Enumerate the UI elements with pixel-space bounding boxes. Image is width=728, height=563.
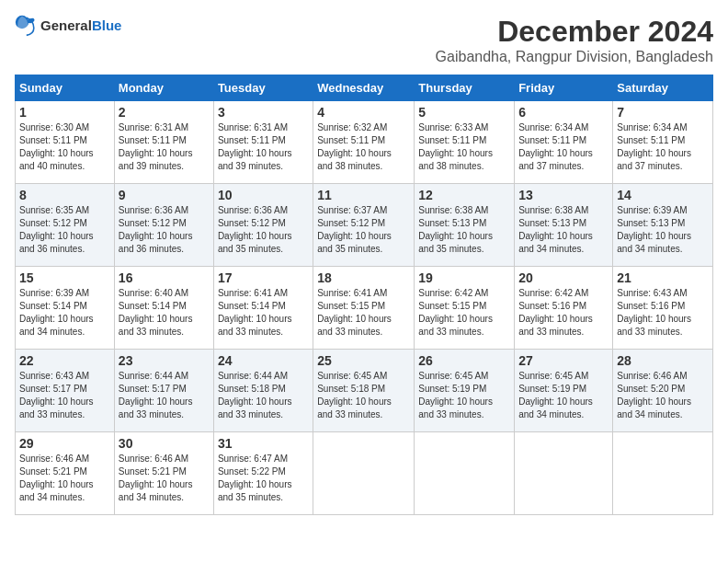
calendar-cell: 9Sunrise: 6:36 AMSunset: 5:12 PMDaylight… [114, 184, 213, 267]
calendar-cell: 12Sunrise: 6:38 AMSunset: 5:13 PMDayligh… [415, 184, 515, 267]
calendar-week-row: 1Sunrise: 6:30 AMSunset: 5:11 PMDaylight… [16, 101, 713, 184]
day-number: 28 [617, 353, 709, 368]
calendar-cell: 22Sunrise: 6:43 AMSunset: 5:17 PMDayligh… [16, 350, 115, 432]
calendar-cell: 5Sunrise: 6:33 AMSunset: 5:11 PMDaylight… [415, 101, 515, 184]
day-number: 30 [119, 436, 210, 451]
calendar-cell: 15Sunrise: 6:39 AMSunset: 5:14 PMDayligh… [16, 267, 115, 350]
day-number: 19 [418, 270, 510, 285]
calendar-cell: 3Sunrise: 6:31 AMSunset: 5:11 PMDaylight… [213, 101, 313, 184]
calendar-cell [515, 432, 613, 515]
calendar-cell: 20Sunrise: 6:42 AMSunset: 5:16 PMDayligh… [515, 267, 613, 350]
day-number: 31 [218, 436, 309, 451]
calendar-cell: 2Sunrise: 6:31 AMSunset: 5:11 PMDaylight… [114, 101, 213, 184]
header: GeneralBlue December 2024 Gaibandha, Ran… [15, 15, 713, 65]
day-number: 10 [218, 188, 309, 202]
day-info: Sunrise: 6:41 AMSunset: 5:14 PMDaylight:… [218, 287, 309, 339]
logo-general-text: General [40, 17, 92, 33]
calendar-cell: 24Sunrise: 6:44 AMSunset: 5:18 PMDayligh… [213, 350, 313, 432]
calendar-cell [313, 432, 415, 515]
calendar-cell: 13Sunrise: 6:38 AMSunset: 5:13 PMDayligh… [515, 184, 613, 267]
day-info: Sunrise: 6:40 AMSunset: 5:14 PMDaylight:… [119, 287, 210, 339]
day-number: 4 [317, 105, 410, 120]
day-number: 23 [119, 353, 210, 368]
calendar-week-row: 22Sunrise: 6:43 AMSunset: 5:17 PMDayligh… [16, 350, 713, 432]
day-number: 17 [218, 270, 309, 285]
calendar-table: SundayMondayTuesdayWednesdayThursdayFrid… [15, 75, 713, 515]
calendar-cell: 28Sunrise: 6:46 AMSunset: 5:20 PMDayligh… [613, 350, 713, 432]
day-info: Sunrise: 6:43 AMSunset: 5:17 PMDaylight:… [19, 370, 110, 421]
weekday-header: Wednesday [313, 75, 415, 101]
day-number: 5 [418, 105, 510, 120]
calendar-cell: 14Sunrise: 6:39 AMSunset: 5:13 PMDayligh… [613, 184, 713, 267]
logo: GeneralBlue [15, 15, 121, 37]
title-area: December 2024 Gaibandha, Rangpur Divisio… [436, 15, 713, 65]
day-info: Sunrise: 6:36 AMSunset: 5:12 PMDaylight:… [218, 204, 309, 256]
calendar-cell: 29Sunrise: 6:46 AMSunset: 5:21 PMDayligh… [16, 432, 115, 515]
calendar-cell: 10Sunrise: 6:36 AMSunset: 5:12 PMDayligh… [213, 184, 313, 267]
day-info: Sunrise: 6:39 AMSunset: 5:13 PMDaylight:… [617, 204, 709, 256]
calendar-week-row: 8Sunrise: 6:35 AMSunset: 5:12 PMDaylight… [16, 184, 713, 267]
calendar-cell: 31Sunrise: 6:47 AMSunset: 5:22 PMDayligh… [213, 432, 313, 515]
day-info: Sunrise: 6:46 AMSunset: 5:21 PMDaylight:… [119, 453, 210, 504]
calendar-week-row: 15Sunrise: 6:39 AMSunset: 5:14 PMDayligh… [16, 267, 713, 350]
day-number: 24 [218, 353, 309, 368]
day-info: Sunrise: 6:37 AMSunset: 5:12 PMDaylight:… [317, 204, 410, 256]
day-number: 27 [518, 353, 609, 368]
day-info: Sunrise: 6:33 AMSunset: 5:11 PMDaylight:… [418, 121, 510, 173]
weekday-header: Sunday [16, 75, 115, 101]
day-info: Sunrise: 6:31 AMSunset: 5:11 PMDaylight:… [119, 121, 210, 173]
weekday-header: Thursday [415, 75, 515, 101]
calendar-cell: 17Sunrise: 6:41 AMSunset: 5:14 PMDayligh… [213, 267, 313, 350]
calendar-cell: 21Sunrise: 6:43 AMSunset: 5:16 PMDayligh… [613, 267, 713, 350]
day-number: 20 [518, 270, 609, 285]
logo-icon [15, 15, 37, 37]
day-info: Sunrise: 6:47 AMSunset: 5:22 PMDaylight:… [218, 453, 309, 504]
calendar-cell: 16Sunrise: 6:40 AMSunset: 5:14 PMDayligh… [114, 267, 213, 350]
calendar-cell: 30Sunrise: 6:46 AMSunset: 5:21 PMDayligh… [114, 432, 213, 515]
day-number: 3 [218, 105, 309, 120]
day-info: Sunrise: 6:44 AMSunset: 5:18 PMDaylight:… [218, 370, 309, 421]
day-info: Sunrise: 6:42 AMSunset: 5:15 PMDaylight:… [418, 287, 510, 339]
weekday-header: Friday [515, 75, 613, 101]
day-info: Sunrise: 6:34 AMSunset: 5:11 PMDaylight:… [518, 121, 609, 173]
day-info: Sunrise: 6:39 AMSunset: 5:14 PMDaylight:… [19, 287, 110, 339]
day-info: Sunrise: 6:35 AMSunset: 5:12 PMDaylight:… [19, 204, 110, 256]
day-number: 18 [317, 270, 410, 285]
calendar-cell: 1Sunrise: 6:30 AMSunset: 5:11 PMDaylight… [16, 101, 115, 184]
day-info: Sunrise: 6:38 AMSunset: 5:13 PMDaylight:… [418, 204, 510, 256]
month-title: December 2024 [436, 15, 713, 49]
day-info: Sunrise: 6:45 AMSunset: 5:19 PMDaylight:… [418, 370, 510, 421]
day-number: 29 [19, 436, 110, 451]
day-info: Sunrise: 6:41 AMSunset: 5:15 PMDaylight:… [317, 287, 410, 339]
day-number: 26 [418, 353, 510, 368]
day-number: 14 [617, 188, 709, 202]
day-info: Sunrise: 6:32 AMSunset: 5:11 PMDaylight:… [317, 121, 410, 173]
day-number: 12 [418, 188, 510, 202]
day-info: Sunrise: 6:31 AMSunset: 5:11 PMDaylight:… [218, 121, 309, 173]
calendar-cell: 7Sunrise: 6:34 AMSunset: 5:11 PMDaylight… [613, 101, 713, 184]
calendar-cell: 6Sunrise: 6:34 AMSunset: 5:11 PMDaylight… [515, 101, 613, 184]
day-number: 13 [518, 188, 609, 202]
day-info: Sunrise: 6:45 AMSunset: 5:19 PMDaylight:… [518, 370, 609, 421]
day-info: Sunrise: 6:45 AMSunset: 5:18 PMDaylight:… [317, 370, 410, 421]
calendar-cell: 27Sunrise: 6:45 AMSunset: 5:19 PMDayligh… [515, 350, 613, 432]
weekday-header: Saturday [613, 75, 713, 101]
calendar-cell: 4Sunrise: 6:32 AMSunset: 5:11 PMDaylight… [313, 101, 415, 184]
day-number: 9 [119, 188, 210, 202]
day-number: 8 [19, 188, 110, 202]
day-number: 15 [19, 270, 110, 285]
weekday-header: Tuesday [213, 75, 313, 101]
day-number: 21 [617, 270, 709, 285]
location-title: Gaibandha, Rangpur Division, Bangladesh [436, 49, 713, 65]
day-info: Sunrise: 6:46 AMSunset: 5:20 PMDaylight:… [617, 370, 709, 421]
calendar-cell: 11Sunrise: 6:37 AMSunset: 5:12 PMDayligh… [313, 184, 415, 267]
calendar-cell: 26Sunrise: 6:45 AMSunset: 5:19 PMDayligh… [415, 350, 515, 432]
day-info: Sunrise: 6:46 AMSunset: 5:21 PMDaylight:… [19, 453, 110, 504]
calendar-cell: 18Sunrise: 6:41 AMSunset: 5:15 PMDayligh… [313, 267, 415, 350]
day-info: Sunrise: 6:42 AMSunset: 5:16 PMDaylight:… [518, 287, 609, 339]
day-info: Sunrise: 6:43 AMSunset: 5:16 PMDaylight:… [617, 287, 709, 339]
day-number: 22 [19, 353, 110, 368]
day-info: Sunrise: 6:44 AMSunset: 5:17 PMDaylight:… [119, 370, 210, 421]
day-number: 1 [19, 105, 110, 120]
calendar-cell: 23Sunrise: 6:44 AMSunset: 5:17 PMDayligh… [114, 350, 213, 432]
